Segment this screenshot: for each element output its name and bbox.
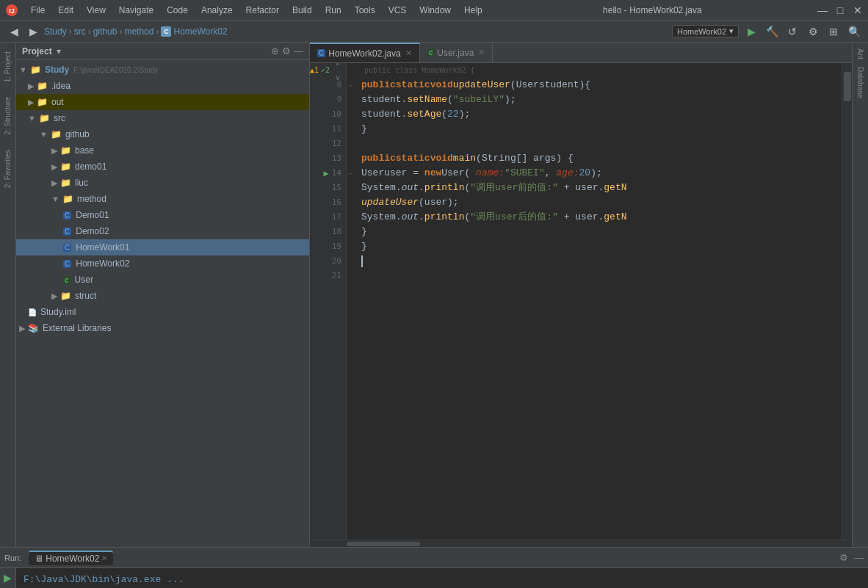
horizontal-scrollbar[interactable] xyxy=(310,540,852,547)
sidebar-item-database[interactable]: Database xyxy=(855,64,866,101)
layout-button[interactable]: ⊞ xyxy=(825,23,842,40)
menu-help[interactable]: Help xyxy=(458,4,488,17)
fold-9[interactable]: − xyxy=(347,78,355,92)
gutter-num: 18 xyxy=(332,225,341,239)
fold-gutter: − − xyxy=(347,63,355,540)
settings-panel-icon[interactable]: ⚙ xyxy=(282,46,291,57)
folder-icon: 📁 xyxy=(60,178,71,188)
tree-homework02-file[interactable]: C HomeWork02 xyxy=(16,255,309,272)
gutter-num: 9 xyxy=(336,92,341,107)
tree-demo02-file[interactable]: C Demo02 xyxy=(16,223,309,239)
tab-user[interactable]: c User.java ✕ xyxy=(420,43,493,62)
reload-button[interactable]: ↺ xyxy=(784,23,800,40)
scope-icon[interactable]: ⊕ xyxy=(271,46,279,57)
tree-ext-libs[interactable]: ▶ 📚 External Libraries xyxy=(16,320,309,336)
menu-window[interactable]: Window xyxy=(413,4,457,17)
project-dropdown[interactable]: ▾ xyxy=(57,46,61,57)
expand-icon: ▼ xyxy=(19,65,27,74)
tree-out[interactable]: ▶ 📁 out xyxy=(16,94,309,110)
run-tab-close[interactable]: ✕ xyxy=(101,554,107,562)
maximize-button[interactable]: □ xyxy=(834,4,846,16)
menu-navigate[interactable]: Navigate xyxy=(113,4,159,17)
menu-refactor[interactable]: Refactor xyxy=(240,4,285,17)
gutter-num: 14 xyxy=(332,166,341,181)
menu-vcs[interactable]: VCS xyxy=(383,4,413,17)
forward-button[interactable]: ▶ xyxy=(25,23,41,40)
menu-build[interactable]: Build xyxy=(286,4,318,17)
line-18: 18 xyxy=(310,225,341,239)
run-panel-settings-icon[interactable]: ⚙ xyxy=(839,552,848,563)
tree-item-label: github xyxy=(65,129,90,139)
bc-github[interactable]: github xyxy=(93,26,117,37)
run-config-dropdown-icon: ▾ xyxy=(729,26,734,36)
menu-view[interactable]: View xyxy=(81,4,112,17)
bottom-panel-header: Run: 🖥 HomeWork02 ✕ ⚙ — xyxy=(0,548,868,568)
run-config-selector[interactable]: HomeWork02 ▾ xyxy=(672,25,739,37)
bottom-content: ▶ ▲ ▼ ↩ 🖨 F:\Java\JDK\bin\java.exe ... 调… xyxy=(0,568,868,588)
project-panel-header: Project ▾ ⊕ ⚙ — xyxy=(16,43,309,60)
settings-button[interactable]: ⚙ xyxy=(805,23,821,40)
tree-idea[interactable]: ▶ 📁 .idea xyxy=(16,78,309,94)
tree-root[interactable]: ▼ 📁 Study F:\java\IDEA2020.2\Study xyxy=(16,62,309,78)
sidebar-item-ant[interactable]: Ant xyxy=(855,46,866,62)
expand-icon: ▶ xyxy=(51,178,57,188)
tab-close-button[interactable]: ✕ xyxy=(478,48,485,57)
tree-study-iml[interactable]: 📄 Study.iml xyxy=(16,304,309,320)
editor-content: ▲1 ✓2 ∧ ∨ 8 9 10 11 12 xyxy=(310,63,852,540)
minimize-button[interactable]: — xyxy=(817,4,828,16)
line-12: 12 xyxy=(310,137,341,151)
bottom-panel: Run: 🖥 HomeWork02 ✕ ⚙ — ▶ ▲ ▼ ↩ 🖨 F:\Jav… xyxy=(0,547,868,588)
bc-study[interactable]: Study xyxy=(44,26,67,37)
tree-demo01-file[interactable]: C Demo01 xyxy=(16,207,309,223)
ext-libs-icon: 📚 xyxy=(28,323,39,333)
sidebar-item-project[interactable]: 1: Project xyxy=(2,46,13,88)
bottom-tab-run[interactable]: 🖥 HomeWork02 ✕ xyxy=(29,551,113,565)
menu-analyze[interactable]: Analyze xyxy=(195,4,239,17)
menu-tools[interactable]: Tools xyxy=(349,4,381,17)
app-logo: IJ xyxy=(4,3,19,18)
expand-icon: ▶ xyxy=(19,324,25,333)
editor-scrollbar[interactable] xyxy=(842,63,852,540)
tree-liuc[interactable]: ▶ 📁 liuc xyxy=(16,175,309,191)
run-again-button[interactable]: ▶ xyxy=(1,571,15,584)
build-button[interactable]: 🔨 xyxy=(764,23,780,40)
interface-file-icon: c xyxy=(63,276,70,284)
panel-header-icons: ⊕ ⚙ — xyxy=(271,46,303,57)
menu-edit[interactable]: Edit xyxy=(52,4,79,17)
tree-base[interactable]: ▶ 📁 base xyxy=(16,142,309,159)
tree-struct[interactable]: ▶ 📁 struct xyxy=(16,288,309,304)
back-button[interactable]: ◀ xyxy=(6,23,22,40)
tree-user-file[interactable]: c User xyxy=(16,272,309,288)
run-button[interactable]: ▶ xyxy=(743,23,759,40)
warning-indicator: ▲1 xyxy=(310,63,319,78)
run-panel-minimize-icon[interactable]: — xyxy=(854,552,864,563)
menu-code[interactable]: Code xyxy=(161,4,194,17)
menu-file[interactable]: File xyxy=(25,4,51,17)
tree-demo01[interactable]: ▶ 📁 demo01 xyxy=(16,159,309,175)
check-indicator: ✓2 xyxy=(321,63,330,78)
search-everywhere-button[interactable]: 🔍 xyxy=(846,23,862,40)
code-editor[interactable]: public class HomeWork02 { public static … xyxy=(355,63,842,540)
line-15: 15 xyxy=(310,181,341,195)
svg-text:IJ: IJ xyxy=(9,7,15,15)
code-line-17: updateUser(user); xyxy=(361,195,842,210)
sidebar-item-structure[interactable]: 2: Structure xyxy=(2,91,13,141)
bc-homework02[interactable]: HomeWork02 xyxy=(173,26,227,37)
close-button[interactable]: ✕ xyxy=(852,4,864,16)
iml-icon: 📄 xyxy=(28,308,37,316)
tab-homework02[interactable]: C HomeWork02.java ✕ xyxy=(310,43,420,62)
tree-github[interactable]: ▼ 📁 github xyxy=(16,126,309,142)
tab-close-button[interactable]: ✕ xyxy=(405,48,412,58)
menu-run[interactable]: Run xyxy=(319,4,347,17)
code-line-18: System.out.println("调用user后的值:" + user.g… xyxy=(361,210,842,225)
collapse-icon[interactable]: — xyxy=(294,46,303,57)
line-21: 21 xyxy=(310,269,341,283)
bc-src[interactable]: src xyxy=(74,26,86,37)
tree-homework01-file[interactable]: C HomeWork01 xyxy=(16,239,309,255)
bc-method[interactable]: method xyxy=(124,26,153,37)
tree-src[interactable]: ▼ 📁 src xyxy=(16,110,309,126)
sidebar-item-favorites[interactable]: 2: Favorites xyxy=(2,144,13,194)
tree-method[interactable]: ▼ 📁 method xyxy=(16,191,309,207)
fold-14[interactable]: − xyxy=(347,166,355,181)
line-11: 11 xyxy=(310,122,341,137)
